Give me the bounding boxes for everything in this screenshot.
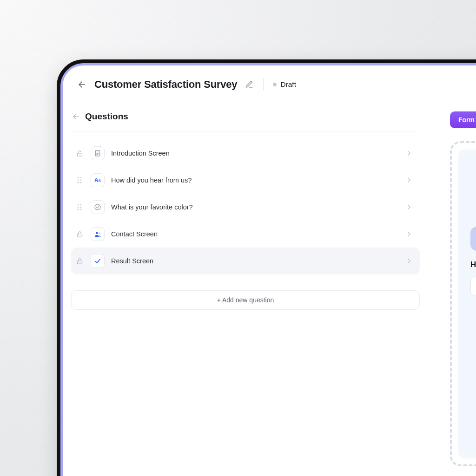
topbar: Customer Satisfaction Survey Draft	[63, 65, 476, 102]
page-title: Customer Satisfaction Survey	[94, 78, 237, 91]
svg-point-7	[78, 177, 79, 179]
divider	[263, 78, 264, 91]
questions-title: Questions	[85, 111, 128, 122]
contact-icon	[91, 227, 105, 241]
status-label: Draft	[280, 80, 296, 89]
preview-question-text: H	[470, 260, 476, 269]
chevron-right-icon	[405, 203, 413, 211]
question-item-favorite-color[interactable]: What is your favorite color?	[71, 194, 420, 221]
svg-point-22	[99, 232, 100, 234]
svg-point-17	[78, 209, 79, 210]
question-label: Contact Screen	[111, 230, 398, 238]
back-button[interactable]	[77, 79, 87, 90]
check-circle-icon	[91, 200, 105, 214]
question-item-contact[interactable]: Contact Screen	[71, 221, 420, 248]
questions-list: Introduction Screen Aa How did y	[71, 131, 420, 274]
arrow-left-icon	[72, 112, 80, 121]
question-item-introduction[interactable]: Introduction Screen	[71, 140, 420, 167]
question-label: How did you hear from us?	[111, 176, 398, 184]
svg-rect-23	[77, 261, 82, 263]
question-label: What is your favorite color?	[111, 203, 398, 211]
preview-icon-badge	[470, 227, 476, 251]
svg-point-21	[96, 232, 98, 234]
content-row: Questions Introduction Screen	[63, 102, 476, 466]
svg-point-15	[78, 207, 79, 208]
svg-point-8	[80, 177, 82, 179]
chevron-right-icon	[405, 257, 413, 265]
status-badge: Draft	[273, 80, 296, 89]
svg-point-10	[80, 180, 82, 181]
edit-title-button[interactable]	[245, 80, 254, 89]
svg-point-11	[78, 182, 79, 183]
questions-header: Questions	[71, 111, 420, 131]
check-icon	[91, 254, 105, 268]
question-label: Result Screen	[111, 257, 398, 265]
pencil-icon	[245, 80, 253, 89]
chevron-right-icon	[405, 149, 413, 157]
question-label: Introduction Screen	[111, 150, 398, 157]
preview-text-input[interactable]	[470, 277, 476, 295]
questions-back-button[interactable]	[71, 112, 80, 121]
text-icon: Aa	[91, 173, 105, 187]
chevron-right-icon	[405, 230, 413, 238]
device-frame: Customer Satisfaction Survey Draft Quest…	[57, 59, 476, 476]
svg-point-12	[80, 182, 82, 183]
question-item-hear-from-us[interactable]: Aa How did you hear from us?	[71, 167, 420, 194]
drag-handle-icon[interactable]	[75, 203, 84, 211]
svg-rect-2	[77, 153, 82, 156]
app-window: Customer Satisfaction Survey Draft Quest…	[63, 65, 476, 476]
preview-card: H	[450, 141, 476, 466]
preview-panel: Form H	[433, 102, 476, 466]
svg-point-9	[78, 180, 79, 181]
drag-handle-icon[interactable]	[75, 176, 84, 184]
chevron-right-icon	[405, 176, 413, 184]
arrow-left-icon	[77, 80, 86, 89]
add-question-button[interactable]: + Add new question	[71, 290, 420, 310]
svg-point-19	[95, 204, 100, 210]
svg-point-14	[80, 204, 82, 206]
lock-icon	[75, 258, 84, 265]
document-icon	[91, 146, 105, 160]
status-dot-icon	[273, 83, 277, 86]
lock-icon	[75, 231, 84, 238]
lock-icon	[75, 150, 84, 157]
form-preview-button[interactable]: Form	[450, 111, 476, 128]
question-item-result[interactable]: Result Screen	[71, 248, 420, 274]
svg-point-18	[80, 209, 82, 210]
questions-panel: Questions Introduction Screen	[63, 102, 433, 466]
preview-form: H	[458, 150, 476, 458]
svg-rect-20	[77, 234, 82, 236]
svg-point-16	[80, 207, 82, 208]
svg-point-13	[78, 204, 79, 206]
